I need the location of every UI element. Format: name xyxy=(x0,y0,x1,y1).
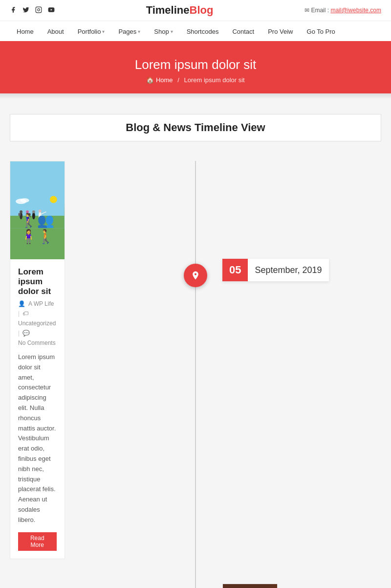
item-1-right-col: 05 September, 2019 xyxy=(196,161,381,559)
hero-title: Lorem ipsum dolor sit xyxy=(10,57,381,72)
social-icons xyxy=(10,6,55,15)
svg-point-10 xyxy=(26,212,29,220)
site-logo[interactable]: TimelineBlog xyxy=(146,4,214,17)
post-body-1: Lorem ipsum dolor sit 👤 A WP Life | 🏷 Un… xyxy=(10,259,65,559)
svg-point-13 xyxy=(32,210,35,213)
date-month-1: September, 2019 xyxy=(248,259,328,281)
logo-blog: Blog xyxy=(190,4,214,16)
nav-about[interactable]: About xyxy=(41,21,71,41)
nav-inner: Home About Portfolio ▾ Pages ▾ Shop ▾ Sh… xyxy=(10,21,381,41)
post-meta-1: 👤 A WP Life | 🏷 Uncategorized | 💬 No Com… xyxy=(18,300,57,346)
main-nav: Home About Portfolio ▾ Pages ▾ Shop ▾ Sh… xyxy=(0,21,391,43)
email-label: Email : xyxy=(311,7,329,14)
post-image-travel xyxy=(10,161,65,259)
comments-1: No Comments xyxy=(18,339,56,346)
youtube-icon[interactable] xyxy=(48,6,55,15)
svg-line-16 xyxy=(42,212,46,214)
post-title-1: Lorem ipsum dolor sit xyxy=(18,267,57,296)
svg-point-6 xyxy=(20,198,29,203)
svg-rect-4 xyxy=(10,216,65,228)
category-icon-1: 🏷 xyxy=(22,310,28,317)
svg-point-15 xyxy=(39,210,42,213)
nav-home[interactable]: Home xyxy=(10,21,41,41)
email-link[interactable]: mail@iwebsite.com xyxy=(330,7,381,14)
home-icon: 🏠 xyxy=(146,76,154,84)
logo-timeline: Timeline xyxy=(146,4,190,16)
category-1: Uncategorized xyxy=(18,320,56,327)
pin-icon-1 xyxy=(191,271,200,280)
post-excerpt-1: Lorem ipsum dolor sit amet, consectetur … xyxy=(18,352,57,525)
section-title-wrap: Blog & News Timeline View xyxy=(10,114,381,141)
item-2-right-col: ₿ Bitcoin Blockchain 👤 A WP Life | xyxy=(196,584,381,588)
nav-pages[interactable]: Pages ▾ xyxy=(111,21,147,41)
author-1: A WP Life xyxy=(28,300,54,307)
nav-pro-view[interactable]: Pro Veiw xyxy=(261,21,300,41)
svg-point-14 xyxy=(39,211,42,219)
post-card-2: ₿ Bitcoin Blockchain 👤 A WP Life | xyxy=(222,584,278,588)
hero-banner: Lorem ipsum dolor sit 🏠 Home / Lorem ips… xyxy=(0,43,391,93)
nav-shop[interactable]: Shop ▾ xyxy=(147,21,179,41)
top-bar: TimelineBlog ✉ Email : mail@iwebsite.com xyxy=(0,0,391,21)
breadcrumb-separator: / xyxy=(177,76,179,84)
svg-point-11 xyxy=(26,210,29,213)
date-day-1: 05 xyxy=(222,259,248,281)
item-1-row: Lorem ipsum dolor sit 👤 A WP Life | 🏷 Un… xyxy=(10,161,381,559)
svg-point-12 xyxy=(32,212,35,220)
svg-rect-17 xyxy=(19,213,21,216)
envelope-icon: ✉ xyxy=(304,7,309,14)
twitter-icon[interactable] xyxy=(22,6,29,15)
comment-icon-1: 💬 xyxy=(22,330,30,337)
post-image-bitcoin: ₿ xyxy=(223,584,277,588)
facebook-icon[interactable] xyxy=(10,6,17,15)
pages-arrow: ▾ xyxy=(138,29,140,34)
shadow-divider xyxy=(0,93,391,99)
main-content: Blog & News Timeline View xyxy=(0,99,391,588)
read-more-btn-1[interactable]: Read More xyxy=(18,532,57,551)
nav-portfolio[interactable]: Portfolio ▾ xyxy=(71,21,112,41)
author-icon-1: 👤 xyxy=(18,300,25,307)
nav-go-to-pro[interactable]: Go To Pro xyxy=(300,21,342,41)
item-2-left-col: 17 November, 2017 xyxy=(10,584,196,588)
portfolio-arrow: ▾ xyxy=(102,29,105,34)
timeline-container: Lorem ipsum dolor sit 👤 A WP Life | 🏷 Un… xyxy=(10,161,381,588)
instagram-icon[interactable] xyxy=(35,6,42,15)
timeline-item-1: Lorem ipsum dolor sit 👤 A WP Life | 🏷 Un… xyxy=(10,161,381,559)
breadcrumb-current: Lorem ipsum dolor sit xyxy=(184,76,244,84)
svg-point-8 xyxy=(20,212,22,220)
nav-shortcodes[interactable]: Shortcodes xyxy=(180,21,226,41)
travel-svg xyxy=(10,161,65,259)
timeline-item-2: 17 November, 2017 xyxy=(10,584,381,588)
breadcrumb: 🏠 Home / Lorem ipsum dolor sit xyxy=(10,76,381,84)
shop-arrow: ▾ xyxy=(171,29,173,34)
bitcoin-svg: ₿ xyxy=(223,584,277,588)
section-title: Blog & News Timeline View xyxy=(25,121,366,134)
post-card-1: Lorem ipsum dolor sit 👤 A WP Life | 🏷 Un… xyxy=(10,161,65,559)
svg-point-9 xyxy=(20,210,22,213)
breadcrumb-home-link[interactable]: Home xyxy=(156,76,173,84)
timeline-pin-1[interactable] xyxy=(184,264,207,287)
nav-contact[interactable]: Contact xyxy=(225,21,261,41)
item-1-left-col: Lorem ipsum dolor sit 👤 A WP Life | 🏷 Un… xyxy=(10,161,196,559)
item-2-row: 17 November, 2017 xyxy=(10,584,381,588)
date-label-1: 05 September, 2019 xyxy=(222,259,329,281)
top-email-area: ✉ Email : mail@iwebsite.com xyxy=(304,7,381,14)
svg-rect-0 xyxy=(36,7,42,13)
svg-point-7 xyxy=(50,196,57,204)
